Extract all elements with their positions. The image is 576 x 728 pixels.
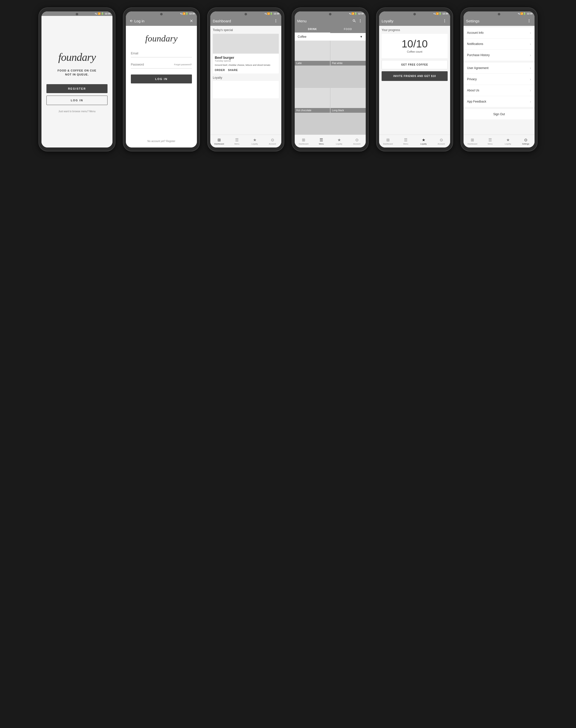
- settings-privacy[interactable]: Privacy ›: [463, 74, 535, 85]
- more-options-button[interactable]: [526, 18, 532, 24]
- status-bar: ▾▴📶🔋 12:30: [295, 11, 366, 16]
- menu-item-flat-white[interactable]: Flat white: [330, 41, 366, 65]
- coffee-count: 10/10: [401, 39, 428, 49]
- svg-point-6: [444, 19, 445, 20]
- privacy-label: Privacy: [467, 78, 477, 81]
- no-account-link[interactable]: No account yet? Register: [147, 140, 175, 143]
- phone-login: ▾▴📶🔋 12:30 Log in foundary Forgot p: [123, 7, 200, 151]
- get-free-coffee-button[interactable]: GET FREE COFFEE: [382, 60, 448, 69]
- nav-menu-label: Menu: [403, 143, 408, 145]
- loyalty-icon: ★: [338, 138, 341, 142]
- nav-account[interactable]: ⊙ Account: [432, 135, 450, 147]
- app-logo: foundary: [58, 51, 96, 64]
- svg-point-7: [444, 21, 445, 21]
- category-dropdown[interactable]: Coffee ▼: [295, 33, 366, 41]
- nav-dashboard-label: Dashboard: [467, 143, 477, 145]
- sign-out-button[interactable]: Sign Out: [463, 109, 535, 119]
- more-options-button[interactable]: [357, 18, 363, 24]
- special-title: Beef burger: [215, 56, 277, 60]
- settings-app-feedback[interactable]: App Feedback ›: [463, 96, 535, 107]
- more-options-button[interactable]: [273, 18, 279, 24]
- nav-dashboard[interactable]: ⊞ Dashboard: [379, 135, 397, 147]
- password-input[interactable]: [131, 61, 174, 68]
- menu-item-long-black[interactable]: Long black: [330, 88, 366, 113]
- nav-dashboard-label: Dashboard: [299, 143, 308, 145]
- browse-menu-link[interactable]: Just want to browse menu? Menu: [58, 110, 95, 113]
- phone-dashboard: ▾▴📶🔋 12:30 Dashboard Today's special Bee…: [207, 7, 284, 151]
- bottom-nav: ⊞ Dashboard ☰ Menu ★ Loyalty ⊙ Account: [295, 135, 366, 147]
- loyalty-card: [213, 81, 279, 98]
- nav-loyalty[interactable]: ★ Loyalty: [414, 135, 432, 147]
- login-button[interactable]: LOG IN: [47, 95, 108, 105]
- nav-account[interactable]: ⊙ Account: [264, 135, 282, 147]
- nav-menu[interactable]: ☰ Menu: [228, 135, 246, 147]
- nav-menu[interactable]: ☰ Menu: [313, 135, 330, 147]
- account-icon: ⊙: [355, 138, 358, 142]
- nav-dashboard[interactable]: ⊞ Dashboard: [210, 135, 228, 147]
- nav-account-label: Account: [269, 143, 276, 145]
- chevron-icon: ›: [530, 88, 531, 92]
- nav-menu[interactable]: ☰ Menu: [482, 135, 499, 147]
- svg-point-0: [276, 19, 276, 20]
- close-button[interactable]: [189, 18, 194, 24]
- menu-grid: Latte Flat white Hot chocolate Long blac…: [295, 41, 366, 135]
- nav-account-label: Account: [353, 143, 361, 145]
- settings-about-us[interactable]: About Us ›: [463, 85, 535, 96]
- menu-item-long-black-label: Long black: [330, 108, 366, 113]
- settings-notifications[interactable]: Notifications ›: [463, 38, 535, 50]
- login-submit-button[interactable]: LOG IN: [131, 75, 192, 83]
- share-button[interactable]: SHARE: [228, 69, 238, 71]
- phone-menu: ▾▴📶🔋 12:30 Menu DRINK FOOD Coffee ▼: [292, 7, 369, 151]
- loyalty-icon: ★: [253, 138, 257, 142]
- app-bar-title: Loyalty: [382, 19, 442, 23]
- nav-settings[interactable]: ⊙ Settings: [517, 135, 535, 147]
- nav-dashboard[interactable]: ⊞ Dashboard: [295, 135, 313, 147]
- status-bar: ▾▴📶🔋 12:30: [210, 11, 281, 16]
- nav-settings-label: Settings: [522, 143, 529, 145]
- phone-loyalty: ▾▴📶🔋 12:30 Loyalty Your progress 10/10 C…: [376, 7, 453, 151]
- email-input[interactable]: [131, 50, 192, 57]
- app-bar-title: Menu: [297, 19, 351, 23]
- app-bar-title: Settings: [466, 19, 526, 23]
- progress-card: 10/10 Coffee count: [382, 34, 448, 58]
- bottom-nav: ⊞ Dashboard ☰ Menu ★ Loyalty ⊙ Account: [210, 135, 281, 147]
- nav-loyalty[interactable]: ★ Loyalty: [499, 135, 517, 147]
- chevron-icon: ›: [530, 66, 531, 70]
- nav-loyalty-label: Loyalty: [420, 143, 427, 145]
- order-button[interactable]: ORDER: [215, 69, 225, 71]
- more-options-button[interactable]: [442, 18, 448, 24]
- invite-friends-button[interactable]: INVITE FRIENDS AND GET $10: [382, 71, 448, 81]
- search-button[interactable]: [351, 18, 357, 24]
- menu-item-hot-chocolate[interactable]: Hot chocolate: [295, 88, 330, 113]
- settings-purchase-history[interactable]: Purchase History ›: [463, 50, 535, 61]
- forgot-password-link[interactable]: Forgot password?: [174, 63, 192, 66]
- special-subtitle: Tuesday special: [215, 60, 277, 62]
- nav-dashboard-label: Dashboard: [383, 143, 393, 145]
- register-button[interactable]: REGISTER: [47, 84, 108, 93]
- tab-food[interactable]: FOOD: [330, 26, 366, 33]
- settings-user-agreement[interactable]: User Agreement ›: [463, 63, 535, 74]
- settings-icon: ⊙: [524, 138, 527, 142]
- nav-account[interactable]: ⊙ Account: [348, 135, 366, 147]
- app-bar: Dashboard: [210, 16, 281, 26]
- back-button[interactable]: [128, 18, 134, 24]
- account-icon: ⊙: [440, 138, 443, 142]
- dashboard-icon: ⊞: [302, 138, 305, 142]
- tab-drink[interactable]: DRINK: [295, 26, 330, 33]
- app-bar: Menu: [295, 16, 366, 26]
- nav-menu-label: Menu: [319, 143, 324, 145]
- nav-loyalty[interactable]: ★ Loyalty: [330, 135, 348, 147]
- nav-dashboard[interactable]: ⊞ Dashboard: [463, 135, 482, 147]
- status-time: 12:30: [105, 12, 111, 15]
- status-bar: ▾▴📶🔋 12:30: [379, 11, 450, 16]
- loyalty-screen: Your progress 10/10 Coffee count GET FRE…: [379, 26, 450, 135]
- menu-item-latte[interactable]: Latte: [295, 41, 330, 65]
- nav-menu-label: Menu: [488, 143, 493, 145]
- menu-icon: ☰: [488, 138, 492, 142]
- nav-menu[interactable]: ☰ Menu: [397, 135, 415, 147]
- menu-icon: ☰: [235, 138, 238, 142]
- settings-account-info[interactable]: Account Info ›: [463, 27, 535, 38]
- svg-point-2: [276, 22, 276, 22]
- dashboard-icon: ⊞: [386, 138, 390, 142]
- nav-loyalty[interactable]: ★ Loyalty: [246, 135, 264, 147]
